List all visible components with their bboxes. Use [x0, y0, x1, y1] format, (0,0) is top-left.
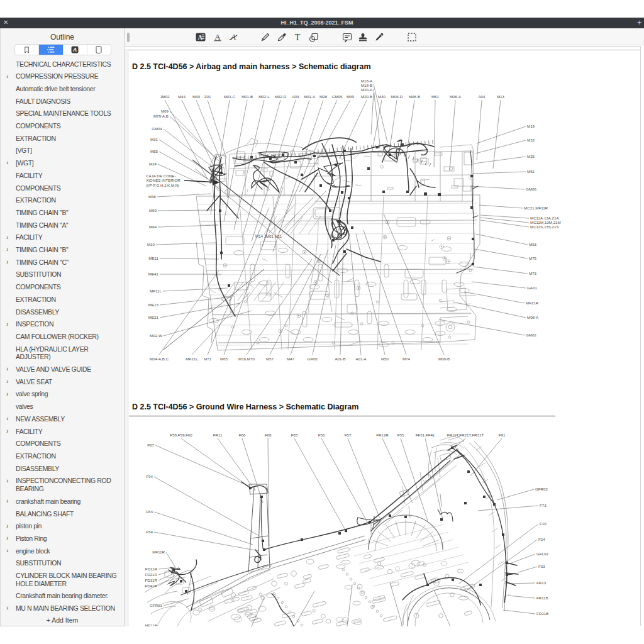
- svg-text:F55: F55: [397, 433, 404, 437]
- svg-text:M08-A: M08-A: [527, 315, 539, 319]
- svg-text:M01-A: M01-A: [304, 94, 316, 99]
- svg-text:M20-A: M20-A: [361, 87, 373, 92]
- svg-text:FD41R: FD41R: [145, 584, 157, 588]
- svg-text:JM02: JM02: [160, 94, 170, 99]
- svg-text:M71: M71: [204, 357, 212, 361]
- svg-text:F33: F33: [538, 564, 545, 569]
- svg-text:GM06: GM06: [526, 187, 536, 191]
- svg-text:M36: M36: [148, 194, 157, 199]
- svg-text:M06-A: M06-A: [450, 94, 462, 99]
- svg-text:MF21R: MF21R: [526, 301, 539, 305]
- svg-text:A03: A03: [292, 94, 299, 99]
- svg-text:M55: M55: [150, 149, 158, 153]
- svg-text:M13: M13: [497, 94, 505, 99]
- svg-text:MF11L: MF11L: [150, 289, 162, 293]
- svg-text:ME13: ME13: [148, 303, 159, 307]
- svg-text:M16,M70: M16,M70: [238, 357, 255, 361]
- svg-text:F10: F10: [540, 521, 547, 526]
- svg-text:F65: F65: [291, 433, 298, 437]
- svg-text:M24: M24: [149, 162, 157, 166]
- svg-text:MC11A,13A,21A: MC11A,13A,21A: [530, 216, 560, 220]
- svg-text:GM01: GM01: [308, 357, 318, 361]
- svg-text:M74: M74: [402, 357, 411, 361]
- svg-text:ME11: ME11: [148, 256, 158, 260]
- svg-text:GFR02: GFR02: [535, 487, 548, 491]
- svg-text:MC11M,13M,21M: MC11M,13M,21M: [530, 220, 561, 225]
- svg-text:M20-B: M20-B: [361, 94, 372, 99]
- svg-text:M02-L: M02-L: [258, 94, 270, 99]
- svg-text:F68: F68: [265, 433, 272, 437]
- svg-text:M10: M10: [147, 242, 155, 247]
- svg-text:M79-A,B: M79-A,B: [153, 114, 169, 118]
- svg-text:GM02: GM02: [526, 333, 536, 337]
- svg-text:F94: F94: [146, 474, 153, 479]
- svg-text:M19: M19: [527, 124, 535, 128]
- svg-text:FR21B: FR21B: [536, 611, 548, 616]
- svg-text:MF21L: MF21L: [186, 357, 198, 361]
- svg-text:F66: F66: [239, 433, 246, 437]
- svg-text:CAJA DE CONE-: CAJA DE CONE-: [146, 174, 175, 178]
- svg-text:M08-B: M08-B: [438, 357, 450, 361]
- svg-text:M64: M64: [149, 225, 157, 229]
- svg-text:A01-B: A01-B: [335, 357, 345, 361]
- svg-text:M31: M31: [150, 137, 158, 142]
- svg-text:FR13: FR13: [536, 580, 547, 585]
- svg-text:M18-B: M18-B: [361, 83, 372, 87]
- svg-text:M65: M65: [220, 357, 228, 361]
- svg-text:M51: M51: [527, 169, 535, 174]
- svg-text:F67: F67: [147, 443, 154, 447]
- svg-text:M02-R: M02-R: [275, 94, 287, 99]
- svg-text:M73: M73: [529, 271, 537, 275]
- svg-text:M01-B: M01-B: [242, 94, 253, 99]
- svg-text:M49: M49: [192, 94, 201, 99]
- svg-text:M75: M75: [529, 256, 537, 260]
- svg-text:M18-A: M18-A: [361, 79, 373, 83]
- svg-text:GFL02: GFL02: [536, 552, 548, 556]
- svg-text:M53: M53: [529, 242, 537, 247]
- svg-text:M30: M30: [378, 94, 386, 99]
- svg-text:FD31R: FD31R: [145, 578, 157, 582]
- svg-text:M04-A,B,C: M04-A,B,C: [150, 357, 169, 361]
- svg-text:M14 JM01 M11: M14 JM01 M11: [255, 234, 282, 238]
- svg-text:M44: M44: [178, 94, 186, 99]
- svg-text:F57: F57: [345, 433, 352, 437]
- svg-text:FD11R: FD11R: [145, 567, 158, 571]
- svg-text:F91: F91: [499, 433, 506, 437]
- svg-text:F54: F54: [146, 530, 153, 534]
- svg-text:MF11B: MF11B: [145, 623, 157, 626]
- svg-text:F24: F24: [538, 537, 545, 541]
- svg-text:M61: M61: [431, 94, 440, 99]
- svg-text:FD21R: FD21R: [145, 572, 157, 577]
- svg-text:(I/P-F,G,H,J,K,M,N): (I/P-F,G,H,J,K,M,N): [146, 183, 179, 187]
- svg-text:GA01: GA01: [527, 286, 537, 290]
- svg-text:M50: M50: [381, 357, 389, 361]
- svg-text:ME41: ME41: [148, 272, 159, 276]
- svg-text:M47: M47: [287, 357, 295, 361]
- svg-text:A04: A04: [478, 94, 486, 99]
- svg-text:M32: M32: [527, 138, 535, 142]
- svg-text:F73: F73: [540, 503, 547, 508]
- svg-text:F56: F56: [318, 433, 325, 437]
- svg-text:GFR01: GFR01: [150, 603, 163, 608]
- svg-text:GM04: GM04: [152, 126, 162, 131]
- svg-text:Z01: Z01: [204, 94, 211, 99]
- svg-text:MC11S,13S,21S: MC11S,13S,21S: [530, 225, 559, 229]
- svg-text:F58,F59,F60: F58,F59,F60: [170, 433, 192, 437]
- svg-text:M57: M57: [266, 357, 274, 361]
- svg-text:XIONES INTERIOR: XIONES INTERIOR: [146, 178, 180, 182]
- svg-text:F63: F63: [146, 509, 153, 514]
- svg-text:M01-C: M01-C: [224, 94, 236, 99]
- svg-text:A: A: [214, 32, 221, 42]
- svg-text:T: T: [295, 33, 301, 42]
- svg-text:A: A: [72, 47, 77, 53]
- svg-text:FR12R: FR12R: [376, 433, 389, 437]
- svg-text:M28: M28: [319, 94, 328, 99]
- svg-text:M06-D: M06-D: [391, 94, 403, 99]
- svg-text:M02-W: M02-W: [150, 333, 162, 338]
- svg-text:M25: M25: [527, 154, 535, 158]
- svg-text:ME21: ME21: [148, 315, 159, 319]
- svg-text:M59: M59: [149, 208, 157, 213]
- svg-text:MF11R: MF11R: [152, 550, 165, 554]
- svg-text:FR11: FR11: [213, 433, 223, 437]
- svg-text:FF31,FF41: FF31,FF41: [416, 433, 435, 437]
